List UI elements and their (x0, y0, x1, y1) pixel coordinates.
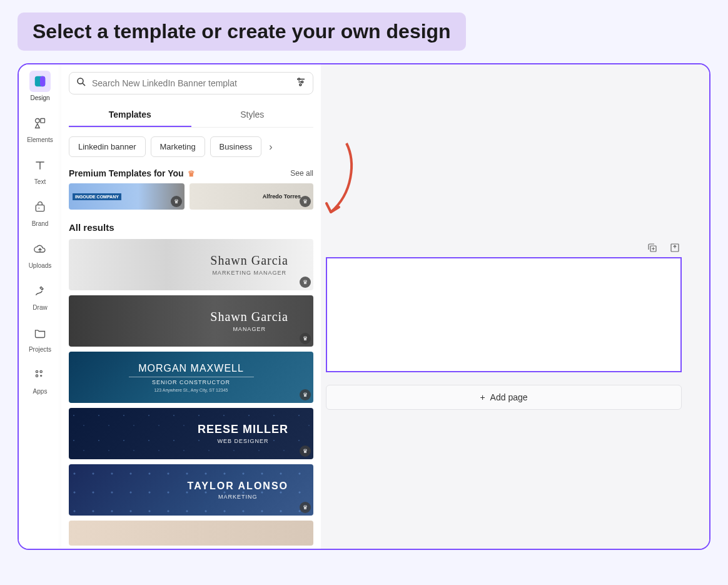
template-thumb[interactable] (69, 521, 313, 546)
projects-icon (29, 322, 51, 343)
canvas-toolbar (645, 241, 682, 255)
see-all-link[interactable]: See all (290, 169, 313, 178)
template-list: Shawn Garcia MARKETING MANAGER ♛ Shawn G… (69, 239, 313, 546)
premium-templates-row: INGOUDE COMPANY ♛ Alfredo Torres ♛ (69, 183, 313, 210)
sidebar-item-label: Brand (32, 220, 49, 227)
sidebar-item-apps[interactable]: Apps (21, 364, 59, 395)
blank-canvas[interactable] (326, 257, 682, 372)
svg-point-5 (36, 370, 38, 372)
svg-point-11 (300, 84, 301, 86)
filter-icon[interactable] (295, 76, 306, 90)
search-input[interactable] (92, 78, 290, 88)
crown-badge-icon: ♛ (300, 502, 311, 513)
template-name: REESE MILLER (198, 423, 288, 436)
share-page-button[interactable] (668, 241, 682, 255)
crown-badge-icon: ♛ (300, 445, 311, 457)
template-subtitle: MANAGER (210, 326, 288, 332)
filter-chips: Linkedin banner Marketing Business › (69, 136, 313, 157)
crown-badge-icon: ♛ (300, 277, 311, 288)
chip-business[interactable]: Business (210, 136, 262, 157)
sidebar-item-label: Apps (33, 388, 48, 395)
svg-rect-3 (41, 119, 45, 123)
search-icon (76, 76, 87, 90)
template-thumb[interactable]: Shawn Garcia MARKETING MANAGER ♛ (69, 239, 313, 290)
crown-badge-icon: ♛ (300, 333, 311, 344)
text-icon (29, 155, 51, 176)
svg-point-10 (301, 81, 303, 83)
plus-icon: + (480, 392, 485, 402)
canvas-area: + Add page (321, 64, 709, 549)
chip-linkedin-banner[interactable]: Linkedin banner (69, 136, 146, 157)
chevron-right-icon[interactable]: › (266, 141, 275, 153)
template-name: Shawn Garcia (210, 253, 288, 268)
template-name: TAYLOR ALONSO (188, 481, 288, 492)
sidebar-item-label: Elements (27, 136, 53, 143)
premium-title: Premium Templates for You ♛ (69, 168, 195, 178)
sidebar-item-design[interactable]: Design (21, 71, 59, 101)
sidebar-item-elements[interactable]: Elements (21, 113, 59, 143)
sidebar-item-label: Draw (33, 304, 47, 311)
add-page-button[interactable]: + Add page (326, 385, 682, 410)
sidebar-item-draw[interactable]: Draw (21, 280, 59, 311)
templates-panel: Templates Styles Linkedin banner Marketi… (61, 64, 321, 549)
crown-badge-icon: ♛ (171, 196, 182, 207)
premium-section-header: Premium Templates for You ♛ See all (69, 168, 313, 178)
tab-styles[interactable]: Styles (191, 103, 314, 127)
svg-point-8 (78, 78, 83, 84)
template-subtitle: MARKETING (188, 494, 288, 500)
uploads-icon (29, 238, 51, 260)
elements-icon (29, 113, 51, 134)
search-bar[interactable] (69, 72, 313, 94)
all-results-title: All results (69, 222, 313, 233)
svg-point-7 (36, 375, 38, 377)
apps-icon (29, 364, 51, 385)
svg-rect-1 (40, 76, 45, 87)
sidebar-item-label: Text (34, 178, 46, 185)
template-thumb[interactable]: Shawn Garcia MANAGER ♛ (69, 295, 313, 347)
draw-icon (29, 280, 51, 302)
template-thumb[interactable]: TAYLOR ALONSO MARKETING ♛ (69, 464, 313, 516)
premium-template-thumb[interactable]: INGOUDE COMPANY ♛ (69, 183, 185, 210)
svg-rect-4 (36, 205, 44, 211)
template-thumb[interactable]: MORGAN MAXWELL SENIOR CONSTRUCTOR 123 An… (69, 352, 313, 403)
template-thumb[interactable]: REESE MILLER WEB DESIGNER ♛ (69, 408, 313, 459)
template-detail: 123 Anywhere St., Any City, ST 12345 (129, 388, 254, 392)
premium-thumb-title: Alfredo Torres (263, 193, 301, 200)
tab-templates[interactable]: Templates (69, 103, 191, 127)
template-name: Shawn Garcia (210, 310, 288, 324)
duplicate-page-button[interactable] (645, 241, 659, 255)
sidebar-item-brand[interactable]: Brand (21, 196, 59, 227)
template-name: MORGAN MAXWELL (129, 363, 254, 377)
svg-point-6 (40, 370, 42, 372)
premium-thumb-title: INGOUDE COMPANY (73, 193, 121, 200)
sidebar-item-label: Projects (29, 346, 51, 353)
template-subtitle: SENIOR CONSTRUCTOR (129, 379, 254, 385)
template-subtitle: WEB DESIGNER (198, 438, 288, 444)
sidebar-item-projects[interactable]: Projects (21, 322, 59, 353)
sidebar-item-label: Design (30, 94, 49, 101)
design-icon (29, 71, 51, 92)
svg-point-9 (298, 78, 300, 80)
crown-badge-icon: ♛ (300, 196, 311, 207)
panel-tabs: Templates Styles (69, 103, 313, 128)
sidebar-item-label: Uploads (29, 262, 52, 269)
premium-template-thumb[interactable]: Alfredo Torres ♛ (190, 183, 314, 210)
page-headline: Select a template or create your own des… (18, 13, 466, 51)
template-subtitle: MARKETING MANAGER (210, 270, 288, 276)
sidebar-item-uploads[interactable]: Uploads (21, 238, 59, 269)
add-page-label: Add page (490, 392, 528, 402)
chip-marketing[interactable]: Marketing (151, 136, 205, 157)
app-frame: Design Elements Text Brand (18, 63, 710, 550)
crown-badge-icon: ♛ (300, 389, 311, 400)
crown-icon: ♛ (188, 169, 195, 178)
sidebar-item-text[interactable]: Text (21, 155, 59, 185)
brand-icon (29, 196, 51, 218)
sidebar: Design Elements Text Brand (19, 64, 61, 549)
svg-point-2 (36, 119, 40, 123)
